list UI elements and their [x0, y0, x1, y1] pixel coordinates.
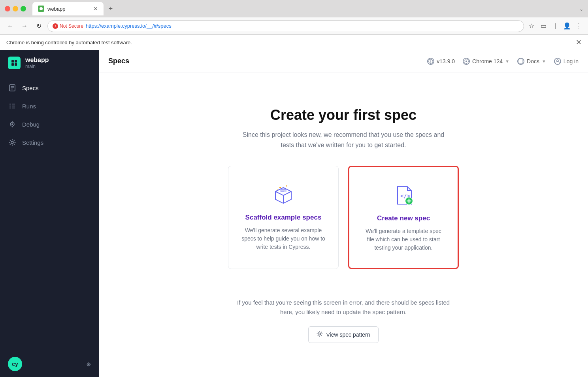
- app-branch: main: [25, 64, 49, 69]
- login-label: Log in: [564, 58, 579, 64]
- sidebar-nav: Specs Runs: [0, 76, 99, 350]
- tab-title: webapp: [47, 6, 90, 12]
- login-action[interactable]: Log in: [554, 58, 579, 65]
- version-icon: [427, 58, 434, 65]
- settings-icon: [8, 138, 17, 147]
- divider: [209, 285, 478, 285]
- automation-message: Chrome is being controlled by automated …: [6, 40, 132, 45]
- window-controls: ⌄: [579, 5, 583, 12]
- cy-logo: cy: [8, 357, 22, 371]
- view-spec-pattern-button[interactable]: View spec pattern: [308, 326, 378, 343]
- close-window-button[interactable]: [5, 6, 10, 11]
- svg-point-0: [40, 7, 43, 10]
- docs-chevron-icon: ▼: [542, 59, 546, 64]
- tab-bar: webapp ✕ +: [32, 2, 576, 15]
- app-icon: [8, 57, 21, 69]
- traffic-lights: [5, 6, 26, 11]
- sidebar: webapp main Specs: [0, 50, 99, 377]
- sidebar-item-specs[interactable]: Specs: [0, 79, 99, 97]
- scaffold-card[interactable]: Scaffold example specs We'll generate se…: [228, 166, 339, 269]
- separator: |: [551, 22, 560, 30]
- svg-point-29: [277, 189, 278, 190]
- keyboard-icon[interactable]: ⎈: [87, 360, 91, 368]
- svg-point-27: [279, 187, 281, 188]
- browser-label: Chrome 124: [472, 58, 503, 64]
- debug-icon: [8, 120, 17, 129]
- minimize-window-button[interactable]: [13, 6, 18, 11]
- tab-close-button[interactable]: ✕: [93, 6, 98, 12]
- create-spec-card-title: Create new spec: [377, 214, 430, 222]
- browser-action-icon: [463, 58, 470, 65]
- create-spec-card[interactable]: </> Create new spec We'll generate a tem…: [348, 166, 459, 269]
- main-header: Specs v13.9.0: [99, 50, 588, 72]
- sidebar-item-runs[interactable]: Runs: [0, 97, 99, 115]
- browser-chevron-icon: ▼: [505, 59, 509, 64]
- automation-close-button[interactable]: ✕: [576, 38, 582, 47]
- svg-point-19: [11, 141, 13, 144]
- svg-rect-2: [15, 60, 17, 63]
- sidebar-item-debug[interactable]: Debug: [0, 115, 99, 133]
- docs-icon: [517, 58, 524, 65]
- hero-subtitle: Since this project looks new, we recomme…: [241, 130, 446, 150]
- svg-point-28: [286, 186, 287, 187]
- create-spec-icon: </>: [391, 183, 416, 208]
- scaffold-icon: [271, 182, 296, 207]
- cy-logo-text: cy: [12, 361, 18, 367]
- specs-icon: [8, 83, 17, 92]
- chevron-down-icon: ⌄: [579, 6, 583, 12]
- specs-label: Specs: [22, 85, 39, 91]
- debug-label: Debug: [22, 121, 40, 128]
- docs-label: Docs: [527, 58, 539, 64]
- app-info: webapp main: [25, 57, 49, 69]
- profile-icon[interactable]: 👤: [563, 22, 571, 30]
- maximize-window-button[interactable]: [21, 6, 26, 11]
- version-action[interactable]: v13.9.0: [427, 58, 455, 65]
- app-name: webapp: [25, 57, 49, 64]
- error-text: If you feel that you're seeing this scre…: [233, 298, 454, 317]
- tab-favicon: [38, 6, 44, 12]
- view-spec-pattern-label: View spec pattern: [326, 332, 370, 338]
- url-display: https://example.cypress.io/__/#/specs: [86, 23, 172, 29]
- svg-point-36: [319, 333, 321, 335]
- svg-point-16: [11, 123, 13, 125]
- bookmark-icon[interactable]: ☆: [527, 22, 536, 30]
- sidebar-header: webapp main: [0, 50, 99, 76]
- create-spec-card-desc: We'll generate a template spec file whic…: [362, 227, 445, 252]
- security-badge: ! Not Secure: [53, 23, 83, 29]
- gear-icon: [317, 331, 323, 339]
- sidebar-footer: cy ⎈: [0, 350, 99, 377]
- runs-label: Runs: [22, 103, 36, 110]
- svg-rect-3: [11, 63, 14, 66]
- menu-icon[interactable]: ⋮: [575, 22, 583, 30]
- automation-bar: Chrome is being controlled by automated …: [0, 35, 588, 50]
- svg-rect-30: [280, 188, 286, 192]
- back-button[interactable]: ←: [5, 21, 16, 32]
- app-container: webapp main Specs: [0, 50, 588, 377]
- svg-rect-25: [519, 59, 523, 64]
- main-content: Specs v13.9.0: [99, 50, 588, 377]
- browser-addressbar: ← → ↻ ! Not Secure https://example.cypre…: [0, 17, 588, 35]
- browser-titlebar: webapp ✕ + ⌄: [0, 0, 588, 17]
- svg-point-21: [430, 60, 431, 61]
- svg-rect-4: [15, 63, 17, 66]
- new-tab-button[interactable]: +: [105, 3, 116, 14]
- scaffold-card-title: Scaffold example specs: [245, 214, 322, 222]
- not-secure-text: Not Secure: [60, 23, 83, 29]
- sidebar-item-settings[interactable]: Settings: [0, 133, 99, 152]
- scaffold-card-desc: We'll generate several example specs to …: [241, 226, 326, 251]
- docs-action[interactable]: Docs ▼: [517, 58, 546, 65]
- cards-row: Scaffold example specs We'll generate se…: [228, 166, 459, 269]
- browser-frame: webapp ✕ + ⌄ ← → ↻ ! Not Secure https://…: [0, 0, 588, 50]
- address-icons: ☆ ▭ | 👤 ⋮: [527, 22, 583, 30]
- forward-button[interactable]: →: [19, 21, 30, 32]
- browser-tab[interactable]: webapp ✕: [32, 2, 104, 15]
- address-bar[interactable]: ! Not Secure https://example.cypress.io/…: [47, 20, 524, 32]
- main-body: Create your first spec Since this projec…: [99, 72, 588, 377]
- not-secure-icon: !: [53, 23, 58, 29]
- extensions-icon[interactable]: ▭: [539, 22, 548, 30]
- runs-icon: [8, 102, 17, 110]
- reload-button[interactable]: ↻: [33, 21, 44, 32]
- browser-action[interactable]: Chrome 124 ▼: [463, 58, 509, 65]
- version-label: v13.9.0: [437, 58, 455, 64]
- svg-point-24: [466, 61, 467, 62]
